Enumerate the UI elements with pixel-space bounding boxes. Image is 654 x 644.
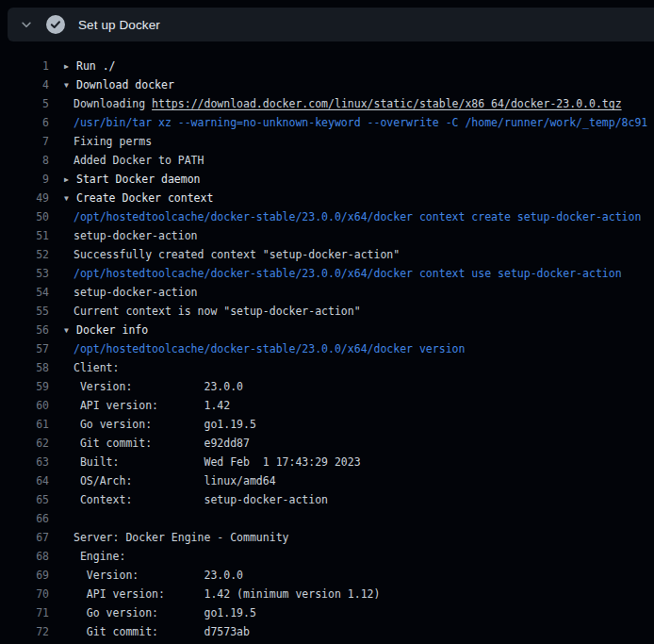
log-group-line: 1▶Run ./: [0, 57, 654, 75]
log-text: setup-docker-action: [64, 226, 198, 245]
line-number[interactable]: 6: [0, 113, 49, 132]
line-number[interactable]: 52: [0, 245, 49, 264]
log-line: 8Added Docker to PATH: [0, 151, 654, 170]
log-text: Downloading https://download.docker.com/…: [64, 94, 622, 113]
log-text: Built: Wed Feb 1 17:43:29 2023: [64, 453, 361, 471]
log-text-span: Download docker: [76, 78, 174, 91]
log-line: 58Client:: [0, 358, 654, 377]
line-number[interactable]: 72: [0, 622, 49, 641]
log-text-span: Context: setup-docker-action: [74, 493, 328, 506]
line-number[interactable]: 58: [0, 358, 49, 377]
log-text: Version: 23.0.0: [64, 377, 243, 396]
line-number[interactable]: 49: [0, 189, 49, 207]
log-text-span: API version: 1.42: [74, 399, 230, 412]
log-line: 70 API version: 1.42 (minimum version 1.…: [0, 585, 654, 603]
log-text: Git commit: d7573ab: [64, 622, 250, 641]
log-text: /usr/bin/tar xz --warning=no-unknown-key…: [64, 113, 647, 132]
log-line: 7Fixing perms: [0, 132, 654, 151]
log-text-span: Added Docker to PATH: [74, 154, 204, 167]
log-group-line: 9▶Start Docker daemon: [0, 170, 654, 189]
log-text-span: Go version: go1.19.5: [74, 418, 256, 431]
line-number[interactable]: 63: [0, 453, 49, 471]
log-group-title[interactable]: ▶Start Docker daemon: [64, 170, 201, 189]
log-group-title[interactable]: ▶Run ./: [64, 57, 116, 75]
triangle-expanded-icon: ▼: [64, 190, 76, 208]
line-number[interactable]: 61: [0, 415, 49, 434]
log-text: [64, 509, 74, 528]
log-group-line: 56▼Docker info: [0, 321, 654, 339]
line-number[interactable]: 51: [0, 226, 49, 245]
line-number[interactable]: 1: [0, 57, 49, 75]
log-group-line: 4▼Download docker: [0, 75, 654, 94]
log-line: 62 Git commit: e92dd87: [0, 434, 654, 453]
log-text: API version: 1.42 (minimum version 1.12): [64, 585, 380, 603]
log-text: /opt/hostedtoolcache/docker-stable/23.0.…: [64, 264, 622, 283]
log-text: setup-docker-action: [64, 283, 198, 302]
line-number[interactable]: 70: [0, 585, 49, 603]
line-number[interactable]: 67: [0, 528, 49, 547]
line-number[interactable]: 66: [0, 509, 49, 528]
line-number[interactable]: 62: [0, 434, 49, 453]
line-number[interactable]: 71: [0, 603, 49, 622]
line-number[interactable]: 56: [0, 321, 49, 339]
log-text-span: setup-docker-action: [74, 286, 198, 299]
log-text-span: Version: 23.0.0: [74, 569, 243, 582]
log-link[interactable]: https://download.docker.com/linux/static…: [152, 97, 622, 110]
log-text: Git commit: e92dd87: [64, 434, 250, 453]
log-text-span: setup-docker-action: [74, 229, 198, 242]
step-header[interactable]: Set up Docker: [8, 8, 654, 41]
chevron-down-icon[interactable]: [20, 18, 33, 31]
log-text-span: Start Docker daemon: [76, 173, 201, 186]
log-text-span: /opt/hostedtoolcache/docker-stable/23.0.…: [74, 210, 641, 223]
log-group-title[interactable]: ▼Create Docker context: [64, 189, 213, 207]
line-number[interactable]: 69: [0, 566, 49, 585]
log-text: Context: setup-docker-action: [64, 490, 328, 509]
triangle-collapsed-icon: ▶: [64, 171, 76, 190]
step-title: Set up Docker: [78, 18, 160, 32]
line-number[interactable]: 8: [0, 151, 49, 170]
log-group-title[interactable]: ▼Docker info: [64, 321, 148, 339]
line-number[interactable]: 60: [0, 396, 49, 415]
log-text-span: Client:: [74, 361, 119, 374]
triangle-collapsed-icon: ▶: [64, 58, 76, 76]
log-line: 57/opt/hostedtoolcache/docker-stable/23.…: [0, 339, 654, 358]
log-text: Engine:: [64, 547, 125, 566]
log-text-span: Successfully created context "setup-dock…: [74, 248, 400, 261]
line-number[interactable]: 4: [0, 75, 49, 94]
log-group-line: 49▼Create Docker context: [0, 189, 654, 207]
log-line: 51setup-docker-action: [0, 226, 654, 245]
line-number[interactable]: 57: [0, 339, 49, 358]
line-number[interactable]: 7: [0, 132, 49, 151]
log-text: /opt/hostedtoolcache/docker-stable/23.0.…: [64, 339, 465, 358]
line-number[interactable]: 55: [0, 302, 49, 321]
log-text-span: Server: Docker Engine - Community: [74, 531, 288, 544]
log-text: Go version: go1.19.5: [64, 415, 256, 434]
log-text: Go version: go1.19.5: [64, 603, 256, 622]
line-number[interactable]: 64: [0, 471, 49, 490]
line-number[interactable]: 53: [0, 264, 49, 283]
log-text: /opt/hostedtoolcache/docker-stable/23.0.…: [64, 207, 641, 226]
line-number[interactable]: 54: [0, 283, 49, 302]
log-line: 69 Version: 23.0.0: [0, 566, 654, 585]
log-text-span: Current context is now "setup-docker-act…: [74, 305, 361, 318]
log-line: 53/opt/hostedtoolcache/docker-stable/23.…: [0, 264, 654, 283]
log-text: Version: 23.0.0: [64, 566, 243, 585]
line-number[interactable]: 68: [0, 547, 49, 566]
log-text-span: OS/Arch: linux/amd64: [74, 474, 276, 487]
line-number[interactable]: 65: [0, 490, 49, 509]
log-text-span: Run ./: [76, 59, 116, 73]
log-line: 67Server: Docker Engine - Community: [0, 528, 654, 547]
log-line: 64 OS/Arch: linux/amd64: [0, 471, 654, 490]
line-number[interactable]: 59: [0, 377, 49, 396]
log-text: Current context is now "setup-docker-act…: [64, 302, 361, 321]
log-text-span: /opt/hostedtoolcache/docker-stable/23.0.…: [74, 267, 622, 280]
line-number[interactable]: 5: [0, 94, 49, 113]
log-text-span: Git commit: d7573ab: [74, 625, 250, 638]
log-viewer: 1▶Run ./4▼Download docker5Downloading ht…: [0, 57, 654, 641]
line-number[interactable]: 50: [0, 207, 49, 226]
log-group-title[interactable]: ▼Download docker: [64, 75, 174, 94]
log-line: 63 Built: Wed Feb 1 17:43:29 2023: [0, 453, 654, 471]
line-number[interactable]: 9: [0, 170, 49, 189]
log-text-span: Engine:: [74, 550, 125, 563]
log-line: 54setup-docker-action: [0, 283, 654, 302]
